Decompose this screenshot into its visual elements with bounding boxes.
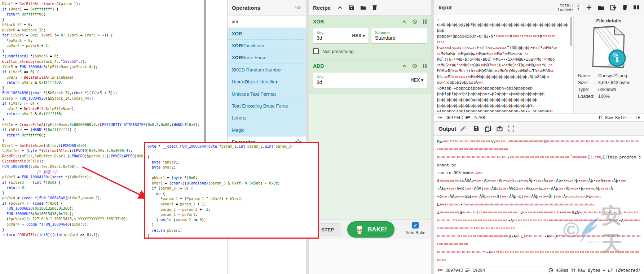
- svg-text:i: i: [615, 53, 619, 65]
- bake-button[interactable]: BAKE!: [347, 221, 394, 238]
- auto-bake-control[interactable]: ✓ Auto Bake: [402, 222, 429, 235]
- collapse-op-chevron-icon[interactable]: [402, 19, 407, 24]
- operation-item-unicode-text-format[interactable]: Unicode Text Format: [228, 88, 306, 100]
- input-char-count: 3697943: [445, 115, 463, 120]
- input-eol[interactable]: LF: [635, 115, 640, 120]
- caret-down-icon: ▾: [421, 78, 423, 83]
- caret-down-icon: ▾: [363, 33, 365, 38]
- magic-wand-icon[interactable]: [460, 125, 467, 132]
- input-encoding[interactable]: Raw Bytes: [605, 115, 628, 120]
- byte-stream-line: ôþDC1ôþþþþîþþþîsþ¾NUL: [437, 80, 569, 86]
- input-scrollbar[interactable]: [570, 17, 572, 46]
- io-panel: Input total:2 loaded:2 -nþûþþþúþþþÿÿþþFþ…: [434, 0, 644, 274]
- output-line-count: 19284: [473, 268, 485, 273]
- encoding-icon[interactable]: TT: [598, 115, 603, 120]
- code-line: [147, 170, 315, 176]
- xor-scheme-value[interactable]: Standard: [375, 35, 423, 41]
- save-recipe-icon[interactable]: [349, 5, 354, 10]
- code-line: [147, 149, 315, 155]
- code-line: uVar2 = DeleteFileA(lpFileName);: [2, 75, 200, 81]
- open-file-as-input-icon[interactable]: [610, 5, 617, 10]
- maximise-output-icon[interactable]: [508, 126, 514, 131]
- input-textarea[interactable]: -nþûþþþúþþþÿÿþþFþþþþþþþ>þþþþþþþþþþþþþþþþ…: [437, 16, 569, 112]
- operation-item-xkcd-random-number[interactable]: XKCD Random Number: [228, 64, 306, 76]
- recipe-op-add[interactable]: ADD Key 3d HEX ▾: [309, 60, 431, 93]
- eol-icon[interactable]: ←: [630, 115, 633, 120]
- code-scrollbar[interactable]: [204, 0, 206, 144]
- clear-recipe-trash-icon[interactable]: [372, 5, 377, 10]
- open-folder-icon[interactable]: [598, 5, 604, 10]
- operation-item-text-encoding-brute-force[interactable]: Text Encoding Brute Force: [228, 100, 306, 112]
- operation-item-xor-brute-force[interactable]: XOR Brute Force: [228, 52, 306, 64]
- operations-list: XORXOR ChecksumXOR Brute ForceXKCD Rando…: [228, 28, 306, 136]
- disable-op-icon[interactable]: [412, 64, 417, 69]
- collapse-op-chevron-icon[interactable]: [402, 64, 407, 69]
- clear-input-trash-icon[interactable]: [622, 5, 627, 10]
- recipe-op-xor[interactable]: XOR Key 3d HEX ▾: [309, 16, 431, 60]
- xor-key-unit-dropdown[interactable]: HEX ▾: [352, 33, 365, 38]
- add-key-field[interactable]: Key 3d HEX ▾: [313, 73, 427, 88]
- breakpoint-pause-icon[interactable]: [423, 19, 427, 24]
- input-tab-layout-icon[interactable]: [633, 5, 640, 10]
- xor-key-value[interactable]: 3d: [317, 35, 352, 41]
- byte-stream-line: -: [437, 16, 569, 22]
- operation-item-hex-to-object-identifier[interactable]: Hex to Object Identifier: [228, 76, 306, 88]
- output-footer: ABC 3697943 19284 460ms TT Raw Bytes ← L…: [434, 266, 644, 274]
- code-line: if (DVar1 == 0xffffffff) {: [2, 7, 200, 12]
- disable-op-icon[interactable]: [412, 19, 417, 24]
- xor-scheme-field[interactable]: Scheme Standard: [371, 28, 427, 43]
- byte-stream-line: »þÞsþþ~»þþþþîþîþþþôþþþþþþþþn»þþîþþþþþþøþ: [437, 86, 569, 91]
- byte-stream-line: þþþþþþþþþþþþþþþþþþþþþþþþþþþþþþþþþþþþþþþ%…: [437, 103, 569, 109]
- code-line: if (iVar5 == 0) {: [2, 70, 200, 75]
- decrypt-function-code: byte * __cdecl FUN_10008640(byte *param_…: [147, 144, 315, 239]
- byte-stream-line: NULNULNULNULNULNULNULNULNULFS•ÃNULFFNULN…: [437, 248, 641, 264]
- operations-search: [228, 16, 306, 28]
- operation-item-xor-checksum[interactable]: XOR Checksum: [228, 40, 306, 52]
- code-line: *(undefined1 *)puVar6 = 0;: [2, 54, 200, 59]
- replace-input-icon[interactable]: [497, 126, 503, 131]
- recipe-list: XOR Key 3d HEX ▾: [309, 16, 431, 219]
- eol-icon[interactable]: ←: [603, 268, 605, 273]
- save-output-icon[interactable]: [473, 126, 479, 131]
- operation-item-magic[interactable]: Magic: [228, 124, 306, 136]
- line-count-icon: [466, 268, 470, 272]
- output-textarea: MZ•NULETXNULNULNULEOTNULNULNULÿÿNULNUL¸N…: [434, 136, 644, 266]
- load-recipe-folder-icon[interactable]: [360, 5, 366, 10]
- code-line: bStack_34 = 0;: [2, 22, 200, 28]
- bake-time: 460ms: [556, 268, 568, 273]
- byte-stream-line: SOMù®ãRþ´SOMù̺æSþµSOMùn+ì»SOMù°SOMù<ò<ù´…: [437, 51, 569, 57]
- input-line-count: 15708: [473, 115, 485, 120]
- add-key-value[interactable]: 3d: [317, 79, 411, 85]
- char-count-icon: ABC: [438, 269, 443, 272]
- output-eol[interactable]: LF (detected): [608, 268, 640, 273]
- chevron-up-icon[interactable]: [337, 5, 343, 10]
- byte-stream-line: NULNULNULNULDLENULNULDLENULNULNULNULNULN…: [437, 232, 641, 248]
- breakpoint-pause-icon[interactable]: [423, 64, 427, 69]
- output-encoding[interactable]: Raw Bytes: [578, 268, 600, 273]
- file-loaded-value: 100%: [598, 94, 610, 99]
- operation-item-xor[interactable]: XOR: [228, 28, 306, 40]
- xor-key-field[interactable]: Key 3d HEX ▾: [313, 28, 369, 43]
- code-line: }: [2, 17, 200, 23]
- encoding-icon[interactable]: TT: [571, 268, 575, 273]
- code-line: {: [147, 155, 315, 160]
- panel-splitter-handle[interactable]: ········: [526, 119, 555, 123]
- code-line: *param_1 = (*param_1 ^ bVar2) + bVar2;: [147, 196, 315, 202]
- add-op-title: ADD: [313, 63, 324, 69]
- operation-item-lorenz[interactable]: Lorenz: [228, 112, 306, 124]
- step-button[interactable]: STEP: [315, 223, 340, 236]
- operations-search-input[interactable]: [232, 19, 301, 24]
- add-key-unit-dropdown[interactable]: HEX ▾: [411, 77, 423, 83]
- copy-output-icon[interactable]: [485, 126, 491, 132]
- code-line: iVar5 = FUN_10004920(&bStack_34,local_44…: [2, 96, 200, 101]
- code-line: byte * __cdecl FUN_10008640(byte *param_…: [147, 144, 315, 149]
- code-line: hFile = CreateFileA(lpFileName,0x8000000…: [2, 122, 200, 128]
- null-preserving-checkbox[interactable]: [313, 48, 319, 54]
- byte-stream-line: ‹À€p•SOH‹À€R¦SOH‹ÀÒV¦SOH‹ÀÐ¤1SOH‹ÀV©1SOH…: [437, 185, 641, 193]
- code-line: uVar2 = DeleteFileA(lpFileName);: [2, 106, 200, 112]
- code-line: return 0xffffff00;: [2, 12, 200, 17]
- output-char-count: 3697943: [445, 268, 463, 273]
- input-header: Input total:2 loaded:2: [434, 0, 644, 15]
- add-input-tab-icon[interactable]: [586, 4, 592, 10]
- auto-bake-checkbox[interactable]: ✓: [412, 222, 419, 229]
